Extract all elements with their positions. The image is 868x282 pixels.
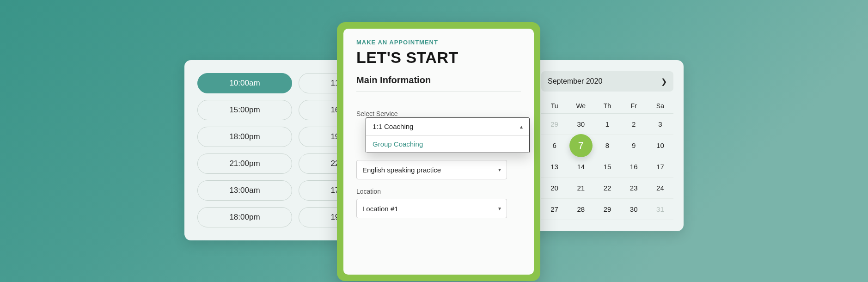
calendar-day[interactable]: 27 bbox=[541, 199, 568, 220]
location-select[interactable]: Location #1 ▾ bbox=[356, 199, 507, 218]
calendar-weekday: Th bbox=[594, 98, 620, 114]
service-dropdown[interactable]: 1:1 Coaching ▴ Group Coaching bbox=[366, 117, 530, 153]
service-selected-label: 1:1 Coaching bbox=[373, 123, 413, 130]
calendar-day[interactable]: 2 bbox=[621, 114, 647, 135]
calendar-weekday: Fr bbox=[621, 98, 647, 114]
calendar-day[interactable]: 1 bbox=[594, 114, 620, 135]
category-value: English speaking practice bbox=[362, 166, 441, 174]
time-slot-button[interactable]: 18:00pm bbox=[197, 127, 292, 147]
calendar-weekday: We bbox=[568, 98, 594, 114]
calendar-day[interactable]: 7 bbox=[568, 135, 594, 156]
chevron-up-icon: ▴ bbox=[520, 123, 523, 130]
calendar-weekday: Sa bbox=[647, 98, 673, 114]
service-label: Select Service bbox=[356, 110, 521, 117]
form-title: LET'S START bbox=[356, 49, 521, 67]
calendar-weekday: Tu bbox=[541, 98, 568, 114]
calendar-day[interactable]: 14 bbox=[568, 156, 594, 178]
calendar-day[interactable]: 17 bbox=[647, 156, 673, 178]
calendar-day[interactable]: 3 bbox=[647, 114, 673, 135]
calendar-month: September 2020 bbox=[548, 77, 602, 86]
calendar-day[interactable]: 22 bbox=[594, 178, 620, 199]
category-select[interactable]: English speaking practice ▾ bbox=[356, 160, 507, 179]
calendar-next-button[interactable]: ❯ bbox=[661, 77, 667, 86]
form-section-title: Main Information bbox=[356, 75, 521, 92]
time-slot-button[interactable]: 15:00pm bbox=[197, 100, 292, 120]
chevron-right-icon: ❯ bbox=[661, 78, 667, 86]
calendar-day[interactable]: 13 bbox=[541, 156, 568, 178]
calendar-panel: September 2020 ❯ TuWeThFrSa2930123678910… bbox=[531, 60, 684, 231]
calendar-day[interactable]: 31 bbox=[647, 199, 673, 220]
time-slot-button[interactable]: 10:00am bbox=[197, 73, 292, 93]
chevron-down-icon: ▾ bbox=[498, 166, 501, 173]
service-dropdown-selected[interactable]: 1:1 Coaching ▴ bbox=[366, 118, 529, 135]
calendar-day[interactable]: 29 bbox=[594, 199, 620, 220]
calendar-day[interactable]: 9 bbox=[621, 135, 647, 156]
calendar-day[interactable]: 15 bbox=[594, 156, 620, 178]
calendar-day[interactable]: 30 bbox=[621, 199, 647, 220]
form-eyebrow: MAKE AN APPOINTMENT bbox=[356, 39, 521, 46]
calendar-day[interactable]: 29 bbox=[541, 114, 568, 135]
calendar-day[interactable]: 30 bbox=[568, 114, 594, 135]
location-label: Location bbox=[356, 188, 521, 195]
calendar-day[interactable]: 20 bbox=[541, 178, 568, 199]
calendar-day[interactable]: 8 bbox=[594, 135, 620, 156]
calendar-day[interactable]: 21 bbox=[568, 178, 594, 199]
calendar-day[interactable]: 10 bbox=[647, 135, 673, 156]
service-dropdown-option[interactable]: Group Coaching bbox=[366, 135, 529, 153]
location-value: Location #1 bbox=[362, 205, 398, 213]
calendar-day[interactable]: 28 bbox=[568, 199, 594, 220]
time-slot-button[interactable]: 13:00am bbox=[197, 180, 292, 201]
appointment-form-panel: MAKE AN APPOINTMENT LET'S START Main Inf… bbox=[337, 22, 540, 281]
calendar-day[interactable]: 23 bbox=[621, 178, 647, 199]
calendar-header: September 2020 ❯ bbox=[541, 71, 673, 92]
calendar-day[interactable]: 24 bbox=[647, 178, 673, 199]
time-slot-button[interactable]: 21:00pm bbox=[197, 153, 292, 174]
time-slot-button[interactable]: 18:00pm bbox=[197, 207, 292, 227]
calendar-day[interactable]: 16 bbox=[621, 156, 647, 178]
calendar-day[interactable]: 6 bbox=[541, 135, 568, 156]
chevron-down-icon: ▾ bbox=[498, 205, 501, 212]
